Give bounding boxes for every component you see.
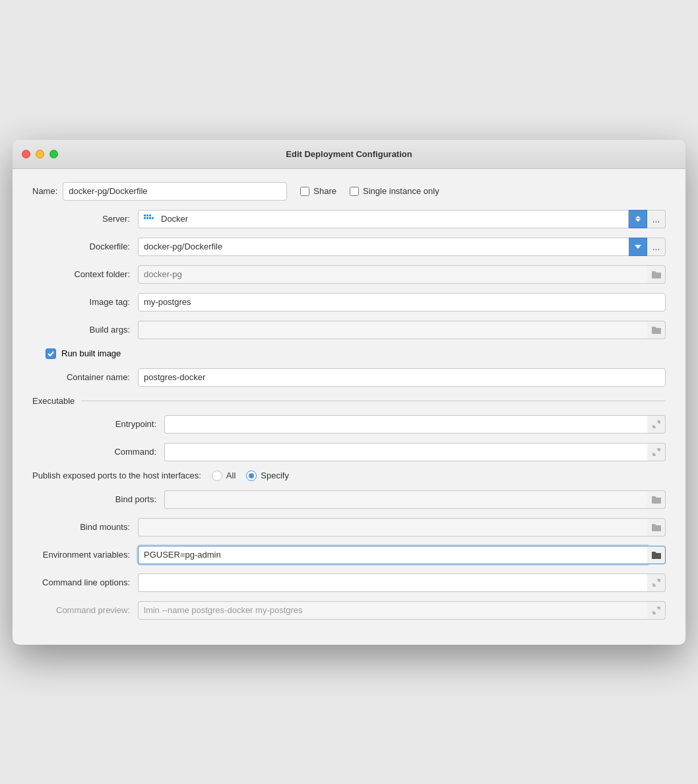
env-vars-input-group (138, 546, 666, 564)
context-folder-input-group (138, 265, 666, 284)
svg-rect-4 (149, 217, 151, 219)
command-input[interactable] (164, 443, 647, 461)
bind-ports-browse-button[interactable] (647, 490, 666, 509)
cmd-preview-input-group (138, 601, 666, 620)
build-args-label: Build args: (32, 325, 138, 335)
executable-section-divider: Executable (32, 396, 666, 406)
specify-radio-circle (246, 471, 257, 481)
server-more-button[interactable]: ... (647, 210, 666, 228)
bind-ports-input-group (164, 490, 666, 509)
server-label: Server: (32, 214, 138, 224)
svg-rect-2 (149, 214, 151, 216)
arrow-up-icon (635, 216, 641, 218)
bind-mounts-label: Bind mounts: (32, 522, 138, 532)
share-label: Share (313, 186, 336, 196)
env-vars-browse-button[interactable] (647, 546, 666, 564)
bind-ports-label: Bind ports: (59, 494, 164, 504)
bind-ports-input[interactable] (164, 490, 647, 509)
dockerfile-row: Dockerfile: ... (32, 238, 666, 256)
build-args-input[interactable] (138, 321, 647, 339)
svg-rect-0 (144, 214, 146, 216)
dockerfile-input[interactable] (138, 238, 629, 256)
run-built-image-checkbox[interactable] (46, 348, 56, 359)
build-args-browse-button[interactable] (647, 321, 666, 339)
cmdline-options-row: Command line options: (32, 573, 666, 592)
command-expand-button[interactable] (647, 443, 666, 461)
content-area: Name: Share Single instance only Server: (13, 169, 685, 645)
image-tag-label: Image tag: (32, 297, 138, 307)
bind-mounts-input[interactable] (138, 518, 647, 537)
entrypoint-label: Entrypoint: (59, 419, 164, 429)
executable-section-label: Executable (32, 396, 75, 406)
main-window: Edit Deployment Configuration Name: Shar… (13, 140, 685, 645)
bind-mounts-row: Bind mounts: (32, 518, 666, 537)
svg-rect-1 (146, 214, 148, 216)
arrow-down-icon (635, 219, 641, 222)
context-folder-row: Context folder: (32, 265, 666, 284)
all-radio-label: All (226, 471, 236, 480)
context-folder-input[interactable] (138, 265, 647, 284)
dockerfile-label: Dockerfile: (32, 242, 138, 251)
name-row: Name: Share Single instance only (32, 182, 666, 201)
specify-radio-option[interactable]: Specify (246, 471, 289, 481)
entrypoint-expand-button[interactable] (647, 415, 666, 434)
container-name-input[interactable] (138, 368, 666, 387)
container-name-label: Container name: (32, 372, 138, 382)
dockerfile-dropdown-button[interactable] (629, 238, 647, 256)
all-radio-option[interactable]: All (212, 471, 236, 481)
bind-ports-row: Bind ports: (32, 490, 666, 509)
server-dropdown-button[interactable] (629, 210, 647, 228)
cmd-preview-expand-button[interactable] (647, 601, 666, 620)
image-tag-input[interactable] (138, 293, 666, 311)
dockerfile-input-group: ... (138, 238, 666, 256)
cmd-preview-input (138, 601, 647, 620)
titlebar: Edit Deployment Configuration (13, 140, 685, 169)
svg-rect-3 (146, 217, 148, 219)
server-input-display: Docker (138, 210, 629, 228)
build-args-row: Build args: (32, 321, 666, 339)
close-button[interactable] (22, 150, 30, 158)
minimize-button[interactable] (36, 150, 44, 158)
bind-mounts-browse-button[interactable] (647, 518, 666, 537)
publish-ports-row: Publish exposed ports to the host interf… (32, 471, 666, 481)
svg-rect-6 (144, 217, 146, 219)
context-folder-browse-button[interactable] (647, 265, 666, 284)
dockerfile-more-button[interactable]: ... (647, 238, 666, 256)
command-row: Command: (32, 443, 666, 461)
entrypoint-row: Entrypoint: (32, 415, 666, 434)
env-vars-row: Environment variables: (32, 546, 666, 564)
server-value: Docker (161, 214, 188, 224)
name-label: Name: (32, 186, 57, 196)
maximize-button[interactable] (49, 150, 58, 158)
name-input[interactable] (63, 182, 287, 201)
share-checkbox[interactable] (300, 187, 309, 196)
entrypoint-input[interactable] (164, 415, 647, 434)
single-instance-checkbox-group: Single instance only (350, 186, 439, 196)
window-title: Edit Deployment Configuration (286, 149, 412, 159)
cmdline-options-input-group (138, 573, 666, 592)
cmdline-options-label: Command line options: (32, 577, 138, 587)
entrypoint-input-group (164, 415, 666, 434)
share-checkbox-group: Share (300, 186, 336, 196)
bind-mounts-input-group (138, 518, 666, 537)
cmdline-options-expand-button[interactable] (647, 573, 666, 592)
command-label: Command: (59, 447, 164, 457)
all-radio-circle (212, 471, 222, 481)
window-controls (22, 150, 58, 158)
ports-radio-group: All Specify (212, 471, 289, 481)
single-instance-checkbox[interactable] (350, 187, 359, 196)
image-tag-row: Image tag: (32, 293, 666, 311)
svg-rect-5 (152, 217, 154, 219)
publish-ports-label: Publish exposed ports to the host interf… (32, 471, 201, 480)
command-input-group (164, 443, 666, 461)
env-vars-label: Environment variables: (32, 550, 138, 560)
docker-icon (144, 214, 157, 224)
server-input-group: Docker ... (138, 210, 666, 228)
specify-radio-label: Specify (261, 471, 289, 480)
context-folder-label: Context folder: (32, 269, 138, 279)
run-built-image-label: Run built image (61, 348, 121, 358)
cmdline-options-input[interactable] (138, 573, 647, 592)
env-vars-input[interactable] (138, 546, 647, 564)
single-instance-label: Single instance only (363, 186, 439, 196)
cmd-preview-row: Command preview: (32, 601, 666, 620)
